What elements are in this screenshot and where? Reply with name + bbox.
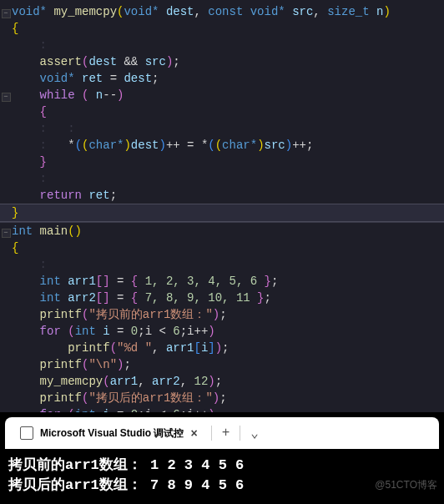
separator [211,426,212,441]
output-values: 1 2 3 4 5 6 [150,457,244,473]
code-token: void* [12,3,53,20]
console-tab[interactable]: Microsoft Visual Studio 调试控 × [12,421,206,446]
tab-title: Microsoft Visual Studio 调试控 [40,426,184,441]
dropdown-icon[interactable]: ⌄ [245,423,264,443]
output-label: 拷贝前的arr1数组： [8,457,142,473]
console-output: 拷贝前的arr1数组： 1 2 3 4 5 6 拷贝后的arr1数组： 7 8 … [0,449,444,504]
fold-icon[interactable]: − [2,229,11,238]
tab-bar: Microsoft Visual Studio 调试控 × + ⌄ [5,417,439,449]
fold-icon[interactable]: − [2,9,11,18]
terminal-icon [20,426,33,440]
separator [240,426,240,441]
watermark: @51CTO博客 [375,478,437,492]
code-token: my_memcpy [53,3,117,20]
fold-icon[interactable]: − [2,93,11,102]
output-label: 拷贝后的arr1数组： [8,477,142,493]
add-tab-button[interactable]: + [217,424,235,442]
code-editor[interactable]: −void* my_memcpy(void* dest, const void*… [0,0,444,460]
output-values: 7 8 9 4 5 6 [150,477,244,493]
close-icon[interactable]: × [190,426,197,440]
